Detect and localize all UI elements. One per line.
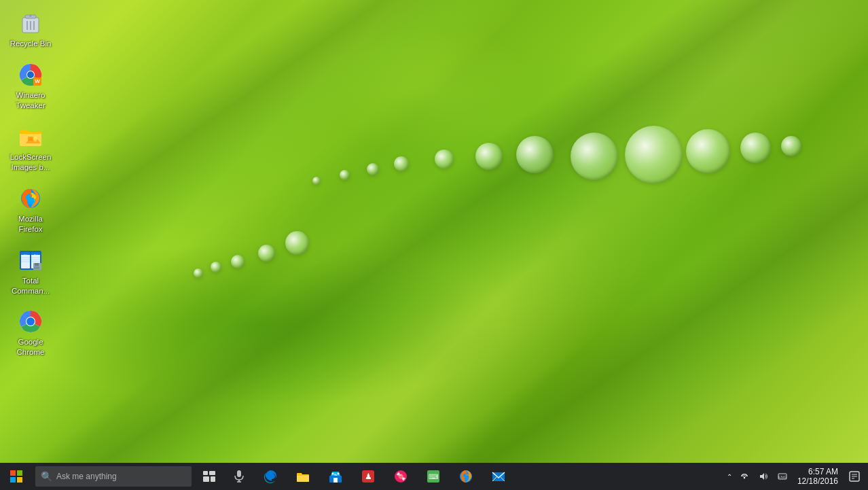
mail-icon (491, 469, 506, 484)
taskbar-system: ⌃ ENG (724, 463, 868, 490)
google-chrome-label: Google Chrome (6, 337, 55, 357)
svg-point-14 (34, 137, 37, 139)
system-clock[interactable]: 6:57 AM 12/18/2016 (792, 463, 844, 490)
tray-expand-button[interactable]: ⌃ (724, 473, 735, 480)
svg-text:🛍: 🛍 (334, 473, 337, 476)
language-icon[interactable]: ENG (773, 463, 792, 490)
lockscreen-images-icon (17, 123, 44, 150)
svg-text:ENG: ENG (778, 475, 786, 479)
svg-point-35 (26, 317, 35, 326)
desktop-icon-total-commander[interactable]: C:\ D:\ Total Comman... (3, 244, 58, 299)
svg-text:D:\: D:\ (34, 253, 38, 257)
lockscreen-images-label: LockScreen Images b... (6, 152, 55, 173)
system-tray: ENG (735, 463, 792, 490)
svg-rect-39 (17, 477, 22, 483)
svg-text:♟: ♟ (365, 472, 372, 481)
taskbar-app-app1[interactable]: ♟ (352, 463, 384, 490)
svg-rect-40 (203, 471, 208, 475)
svg-point-50 (338, 473, 340, 475)
recycle-bin-icon: ≡ (17, 10, 44, 37)
winaero-tweaker-icon: W (17, 61, 44, 88)
svg-text:C:\: C:\ (24, 253, 28, 257)
winaero-tweaker-label: Winaero Tweaker (6, 90, 55, 111)
app3-icon: ⌨ (426, 469, 441, 484)
edge-icon (263, 469, 278, 484)
total-commander-label: Total Comman... (6, 276, 55, 296)
svg-point-9 (27, 71, 34, 78)
task-view-button[interactable] (194, 463, 224, 490)
desktop-icon-mozilla-firefox[interactable]: Mozilla Firefox (3, 182, 58, 237)
taskbar-app-mail[interactable] (482, 463, 515, 490)
taskbar-search[interactable]: 🔍 Ask me anything (35, 466, 192, 487)
desktop-icon-lockscreen-images[interactable]: LockScreen Images b... (3, 120, 58, 175)
desktop-icons: ≡ Recycle Bin W (0, 3, 61, 364)
droplets-layer (0, 0, 868, 463)
taskbar-app-store[interactable]: 🛍 (319, 463, 352, 490)
search-placeholder: Ask me anything (56, 472, 117, 481)
taskbar-app-firefox[interactable] (450, 463, 482, 490)
svg-rect-37 (17, 470, 22, 476)
svg-rect-32 (34, 266, 39, 269)
app2-icon: 🍬 (393, 469, 408, 484)
svg-marker-63 (760, 473, 764, 480)
taskbar: 🔍 Ask me anything (0, 463, 868, 490)
svg-rect-36 (10, 470, 16, 476)
desktop-icon-winaero-tweaker[interactable]: W Winaero Tweaker (3, 58, 58, 113)
google-chrome-icon (17, 308, 44, 335)
notification-icon (849, 471, 860, 482)
svg-rect-48 (333, 478, 338, 483)
firefox-taskbar-icon (458, 469, 473, 484)
taskbar-apps: 🛍 ♟ 🍬 ⌨ (254, 463, 724, 490)
clock-time: 6:57 AM (808, 467, 838, 476)
microphone-button[interactable] (224, 463, 254, 490)
taskbar-app-app2[interactable]: 🍬 (384, 463, 417, 490)
svg-text:≡: ≡ (30, 14, 32, 18)
svg-point-62 (744, 477, 745, 478)
volume-icon[interactable] (754, 463, 773, 490)
windows-logo-icon (10, 470, 22, 483)
desktop: ≡ Recycle Bin W (0, 0, 868, 463)
svg-rect-42 (203, 476, 209, 482)
file-explorer-icon (295, 469, 310, 484)
clock-date: 12/18/2016 (797, 476, 838, 486)
start-button[interactable] (0, 463, 33, 490)
microphone-icon (234, 470, 244, 483)
taskbar-app-file-explorer[interactable] (287, 463, 319, 490)
mozilla-firefox-icon (17, 185, 44, 212)
task-view-icon (203, 471, 215, 482)
desktop-icon-recycle-bin[interactable]: ≡ Recycle Bin (3, 7, 58, 52)
svg-rect-41 (209, 471, 215, 475)
svg-rect-38 (10, 477, 16, 483)
svg-text:🍬: 🍬 (396, 471, 406, 481)
svg-rect-43 (211, 476, 215, 482)
svg-rect-31 (35, 263, 39, 266)
store-icon: 🛍 (328, 469, 343, 484)
taskbar-app-edge[interactable] (254, 463, 287, 490)
desktop-icon-google-chrome[interactable]: Google Chrome (3, 305, 58, 360)
svg-rect-44 (237, 470, 241, 477)
recycle-bin-label: Recycle Bin (10, 39, 52, 49)
svg-text:W: W (35, 78, 40, 84)
search-icon: 🔍 (41, 471, 52, 482)
network-icon[interactable] (735, 463, 754, 490)
app1-icon: ♟ (361, 469, 376, 484)
mozilla-firefox-label: Mozilla Firefox (6, 214, 55, 234)
svg-text:⌨: ⌨ (429, 473, 438, 480)
notification-center-button[interactable] (844, 463, 865, 490)
total-commander-icon: C:\ D:\ (17, 247, 44, 274)
taskbar-app-app3[interactable]: ⌨ (417, 463, 450, 490)
